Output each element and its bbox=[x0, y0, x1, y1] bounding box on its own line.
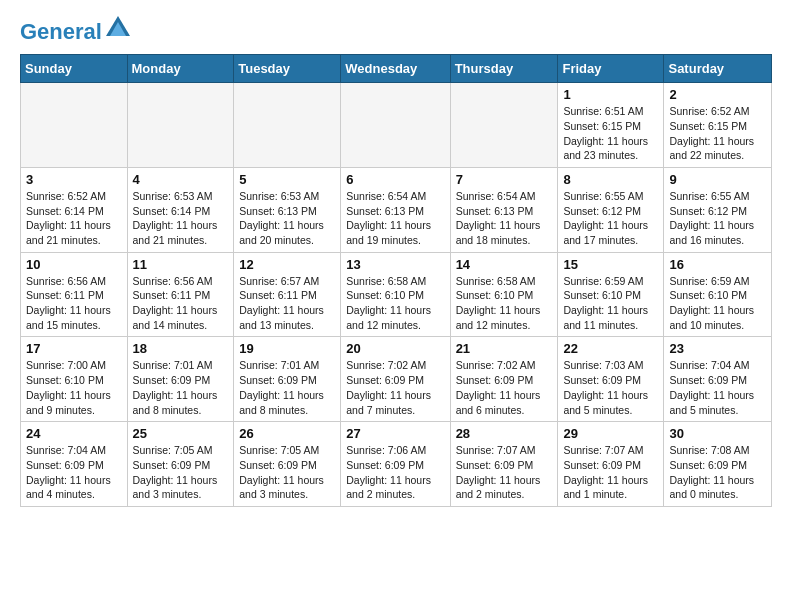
calendar-cell: 16Sunrise: 6:59 AM Sunset: 6:10 PM Dayli… bbox=[664, 252, 772, 337]
calendar-cell: 18Sunrise: 7:01 AM Sunset: 6:09 PM Dayli… bbox=[127, 337, 234, 422]
day-info: Sunrise: 7:01 AM Sunset: 6:09 PM Dayligh… bbox=[239, 358, 335, 417]
day-number: 14 bbox=[456, 257, 553, 272]
day-info: Sunrise: 7:03 AM Sunset: 6:09 PM Dayligh… bbox=[563, 358, 658, 417]
day-number: 11 bbox=[133, 257, 229, 272]
calendar-cell bbox=[341, 83, 450, 168]
logo: General bbox=[20, 20, 132, 44]
day-info: Sunrise: 6:55 AM Sunset: 6:12 PM Dayligh… bbox=[669, 189, 766, 248]
day-number: 1 bbox=[563, 87, 658, 102]
day-number: 5 bbox=[239, 172, 335, 187]
calendar-cell: 7Sunrise: 6:54 AM Sunset: 6:13 PM Daylig… bbox=[450, 167, 558, 252]
day-info: Sunrise: 6:54 AM Sunset: 6:13 PM Dayligh… bbox=[346, 189, 444, 248]
calendar-cell: 13Sunrise: 6:58 AM Sunset: 6:10 PM Dayli… bbox=[341, 252, 450, 337]
day-number: 26 bbox=[239, 426, 335, 441]
page-header: General bbox=[20, 20, 772, 44]
calendar-cell bbox=[127, 83, 234, 168]
weekday-header-saturday: Saturday bbox=[664, 55, 772, 83]
weekday-header-sunday: Sunday bbox=[21, 55, 128, 83]
day-info: Sunrise: 6:51 AM Sunset: 6:15 PM Dayligh… bbox=[563, 104, 658, 163]
day-info: Sunrise: 6:58 AM Sunset: 6:10 PM Dayligh… bbox=[346, 274, 444, 333]
calendar-cell: 1Sunrise: 6:51 AM Sunset: 6:15 PM Daylig… bbox=[558, 83, 664, 168]
calendar-cell: 28Sunrise: 7:07 AM Sunset: 6:09 PM Dayli… bbox=[450, 422, 558, 507]
day-number: 19 bbox=[239, 341, 335, 356]
week-row-3: 17Sunrise: 7:00 AM Sunset: 6:10 PM Dayli… bbox=[21, 337, 772, 422]
day-number: 29 bbox=[563, 426, 658, 441]
weekday-header-wednesday: Wednesday bbox=[341, 55, 450, 83]
day-number: 21 bbox=[456, 341, 553, 356]
day-info: Sunrise: 6:57 AM Sunset: 6:11 PM Dayligh… bbox=[239, 274, 335, 333]
calendar-cell: 23Sunrise: 7:04 AM Sunset: 6:09 PM Dayli… bbox=[664, 337, 772, 422]
day-info: Sunrise: 6:55 AM Sunset: 6:12 PM Dayligh… bbox=[563, 189, 658, 248]
weekday-header-monday: Monday bbox=[127, 55, 234, 83]
calendar-cell: 27Sunrise: 7:06 AM Sunset: 6:09 PM Dayli… bbox=[341, 422, 450, 507]
day-number: 9 bbox=[669, 172, 766, 187]
weekday-header-thursday: Thursday bbox=[450, 55, 558, 83]
day-info: Sunrise: 7:05 AM Sunset: 6:09 PM Dayligh… bbox=[133, 443, 229, 502]
day-number: 8 bbox=[563, 172, 658, 187]
day-info: Sunrise: 6:59 AM Sunset: 6:10 PM Dayligh… bbox=[669, 274, 766, 333]
day-number: 23 bbox=[669, 341, 766, 356]
calendar-cell: 2Sunrise: 6:52 AM Sunset: 6:15 PM Daylig… bbox=[664, 83, 772, 168]
calendar-table: SundayMondayTuesdayWednesdayThursdayFrid… bbox=[20, 54, 772, 507]
day-number: 18 bbox=[133, 341, 229, 356]
day-number: 27 bbox=[346, 426, 444, 441]
day-info: Sunrise: 6:53 AM Sunset: 6:14 PM Dayligh… bbox=[133, 189, 229, 248]
calendar-cell: 29Sunrise: 7:07 AM Sunset: 6:09 PM Dayli… bbox=[558, 422, 664, 507]
day-number: 12 bbox=[239, 257, 335, 272]
day-number: 17 bbox=[26, 341, 122, 356]
week-row-1: 3Sunrise: 6:52 AM Sunset: 6:14 PM Daylig… bbox=[21, 167, 772, 252]
day-number: 2 bbox=[669, 87, 766, 102]
calendar-cell: 25Sunrise: 7:05 AM Sunset: 6:09 PM Dayli… bbox=[127, 422, 234, 507]
day-info: Sunrise: 6:56 AM Sunset: 6:11 PM Dayligh… bbox=[133, 274, 229, 333]
day-info: Sunrise: 6:52 AM Sunset: 6:14 PM Dayligh… bbox=[26, 189, 122, 248]
day-info: Sunrise: 7:05 AM Sunset: 6:09 PM Dayligh… bbox=[239, 443, 335, 502]
week-row-4: 24Sunrise: 7:04 AM Sunset: 6:09 PM Dayli… bbox=[21, 422, 772, 507]
day-number: 15 bbox=[563, 257, 658, 272]
weekday-header-friday: Friday bbox=[558, 55, 664, 83]
day-info: Sunrise: 6:58 AM Sunset: 6:10 PM Dayligh… bbox=[456, 274, 553, 333]
calendar-cell: 11Sunrise: 6:56 AM Sunset: 6:11 PM Dayli… bbox=[127, 252, 234, 337]
day-info: Sunrise: 7:02 AM Sunset: 6:09 PM Dayligh… bbox=[456, 358, 553, 417]
calendar-cell: 24Sunrise: 7:04 AM Sunset: 6:09 PM Dayli… bbox=[21, 422, 128, 507]
day-info: Sunrise: 7:08 AM Sunset: 6:09 PM Dayligh… bbox=[669, 443, 766, 502]
calendar-cell bbox=[21, 83, 128, 168]
day-number: 7 bbox=[456, 172, 553, 187]
day-number: 6 bbox=[346, 172, 444, 187]
calendar-cell: 17Sunrise: 7:00 AM Sunset: 6:10 PM Dayli… bbox=[21, 337, 128, 422]
week-row-0: 1Sunrise: 6:51 AM Sunset: 6:15 PM Daylig… bbox=[21, 83, 772, 168]
day-info: Sunrise: 6:59 AM Sunset: 6:10 PM Dayligh… bbox=[563, 274, 658, 333]
day-number: 24 bbox=[26, 426, 122, 441]
calendar-cell: 22Sunrise: 7:03 AM Sunset: 6:09 PM Dayli… bbox=[558, 337, 664, 422]
weekday-header-tuesday: Tuesday bbox=[234, 55, 341, 83]
calendar-cell: 10Sunrise: 6:56 AM Sunset: 6:11 PM Dayli… bbox=[21, 252, 128, 337]
day-info: Sunrise: 6:56 AM Sunset: 6:11 PM Dayligh… bbox=[26, 274, 122, 333]
calendar-cell: 15Sunrise: 6:59 AM Sunset: 6:10 PM Dayli… bbox=[558, 252, 664, 337]
day-number: 3 bbox=[26, 172, 122, 187]
calendar-cell: 4Sunrise: 6:53 AM Sunset: 6:14 PM Daylig… bbox=[127, 167, 234, 252]
calendar-cell bbox=[234, 83, 341, 168]
weekday-header-row: SundayMondayTuesdayWednesdayThursdayFrid… bbox=[21, 55, 772, 83]
day-number: 16 bbox=[669, 257, 766, 272]
calendar-cell: 14Sunrise: 6:58 AM Sunset: 6:10 PM Dayli… bbox=[450, 252, 558, 337]
day-info: Sunrise: 6:52 AM Sunset: 6:15 PM Dayligh… bbox=[669, 104, 766, 163]
day-info: Sunrise: 7:07 AM Sunset: 6:09 PM Dayligh… bbox=[563, 443, 658, 502]
calendar-cell: 19Sunrise: 7:01 AM Sunset: 6:09 PM Dayli… bbox=[234, 337, 341, 422]
day-info: Sunrise: 7:06 AM Sunset: 6:09 PM Dayligh… bbox=[346, 443, 444, 502]
day-number: 20 bbox=[346, 341, 444, 356]
calendar-cell: 5Sunrise: 6:53 AM Sunset: 6:13 PM Daylig… bbox=[234, 167, 341, 252]
logo-icon bbox=[104, 14, 132, 42]
calendar-cell: 26Sunrise: 7:05 AM Sunset: 6:09 PM Dayli… bbox=[234, 422, 341, 507]
calendar-cell: 12Sunrise: 6:57 AM Sunset: 6:11 PM Dayli… bbox=[234, 252, 341, 337]
calendar-cell: 20Sunrise: 7:02 AM Sunset: 6:09 PM Dayli… bbox=[341, 337, 450, 422]
day-info: Sunrise: 7:02 AM Sunset: 6:09 PM Dayligh… bbox=[346, 358, 444, 417]
calendar-cell: 8Sunrise: 6:55 AM Sunset: 6:12 PM Daylig… bbox=[558, 167, 664, 252]
logo-line1: General bbox=[20, 19, 102, 44]
day-number: 30 bbox=[669, 426, 766, 441]
calendar-cell: 3Sunrise: 6:52 AM Sunset: 6:14 PM Daylig… bbox=[21, 167, 128, 252]
day-info: Sunrise: 6:53 AM Sunset: 6:13 PM Dayligh… bbox=[239, 189, 335, 248]
calendar-cell: 6Sunrise: 6:54 AM Sunset: 6:13 PM Daylig… bbox=[341, 167, 450, 252]
day-number: 25 bbox=[133, 426, 229, 441]
day-info: Sunrise: 7:00 AM Sunset: 6:10 PM Dayligh… bbox=[26, 358, 122, 417]
calendar-cell: 30Sunrise: 7:08 AM Sunset: 6:09 PM Dayli… bbox=[664, 422, 772, 507]
day-info: Sunrise: 7:04 AM Sunset: 6:09 PM Dayligh… bbox=[669, 358, 766, 417]
